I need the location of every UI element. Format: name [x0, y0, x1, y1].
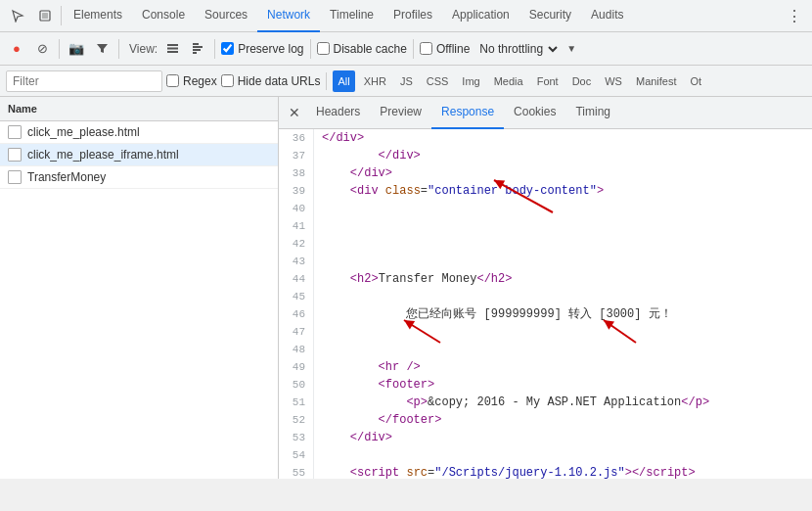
- toolbar-sep-1: [59, 39, 60, 59]
- svg-rect-7: [193, 49, 201, 51]
- right-panel: ✕ Headers Preview Response Cookies Timin…: [279, 97, 812, 479]
- throttle-dropdown-icon[interactable]: ▼: [566, 43, 576, 54]
- line-number: 38: [279, 164, 314, 182]
- throttle-select[interactable]: No throttling Fast 3G Slow 3G Offline: [474, 41, 561, 57]
- line-number: 50: [279, 376, 314, 394]
- line-code: </footer>: [314, 411, 449, 429]
- line-number: 54: [279, 446, 314, 464]
- line-code: <div class="container body-content">: [314, 182, 611, 200]
- filter-type-img[interactable]: Img: [457, 70, 484, 92]
- hide-data-urls-label: Hide data URLs: [238, 74, 321, 88]
- tab-headers[interactable]: Headers: [306, 97, 370, 129]
- preserve-log-input[interactable]: [221, 42, 234, 55]
- line-code: 您已经向账号 [999999999] 转入 [3000] 元！: [314, 305, 680, 323]
- offline-checkbox[interactable]: Offline: [420, 42, 470, 56]
- more-button[interactable]: ⋮: [781, 7, 808, 25]
- filter-type-css[interactable]: CSS: [422, 70, 454, 92]
- tab-console[interactable]: Console: [132, 0, 195, 32]
- code-line: 42: [279, 235, 812, 253]
- filter-type-media[interactable]: Media: [489, 70, 528, 92]
- tab-cookies[interactable]: Cookies: [504, 97, 565, 129]
- hide-data-urls-input[interactable]: [221, 74, 234, 87]
- line-code: </div>: [314, 429, 400, 446]
- tab-timing[interactable]: Timing: [565, 97, 620, 129]
- line-code: <h2>Transfer Money</h2>: [314, 270, 519, 288]
- record-button[interactable]: ●: [6, 38, 27, 60]
- code-line: 51 <p>&copy; 2016 - My ASP.NET Applicati…: [279, 394, 812, 411]
- file-list-panel: Name click_me_please.html click_me_pleas…: [0, 97, 279, 479]
- filter-input[interactable]: [6, 70, 162, 92]
- line-code: </div>: [314, 129, 372, 147]
- line-number: 45: [279, 288, 314, 305]
- tab-preview[interactable]: Preview: [370, 97, 431, 129]
- file-list-item[interactable]: TransferMoney: [0, 166, 278, 189]
- line-code: </div>: [314, 147, 429, 164]
- view-list-button[interactable]: [161, 38, 183, 60]
- filter-type-xhr[interactable]: XHR: [359, 70, 391, 92]
- line-number: 39: [279, 182, 314, 200]
- filter-type-js[interactable]: JS: [395, 70, 418, 92]
- code-line: 37 </div>: [279, 147, 812, 164]
- code-line: 47: [279, 323, 812, 341]
- code-line: 53 </div>: [279, 429, 812, 446]
- tab-profiles[interactable]: Profiles: [383, 0, 442, 32]
- code-line: 50 <footer>: [279, 376, 812, 394]
- line-number: 37: [279, 147, 314, 164]
- tab-audits[interactable]: Audits: [581, 0, 633, 32]
- view-waterfall-button[interactable]: [187, 38, 208, 60]
- line-number: 41: [279, 217, 314, 235]
- code-line: 40: [279, 200, 812, 217]
- tab-timeline[interactable]: Timeline: [320, 0, 383, 32]
- code-line: 38 </div>: [279, 164, 812, 182]
- filter-type-all[interactable]: All: [333, 70, 354, 92]
- panel-close-button[interactable]: ✕: [283, 105, 306, 120]
- tab-response[interactable]: Response: [431, 97, 504, 129]
- box-icon[interactable]: [31, 0, 59, 32]
- filter-sep: [326, 72, 327, 90]
- line-number: 48: [279, 341, 314, 358]
- tab-sources[interactable]: Sources: [195, 0, 257, 32]
- filter-type-font[interactable]: Font: [532, 70, 564, 92]
- camera-button[interactable]: 📷: [66, 38, 87, 60]
- svg-rect-2: [167, 44, 178, 46]
- filter-button[interactable]: [91, 38, 113, 60]
- file-list-item[interactable]: click_me_please.html: [0, 121, 278, 144]
- filter-type-doc[interactable]: Doc: [567, 70, 597, 92]
- code-line: 43: [279, 253, 812, 270]
- tab-application[interactable]: Application: [442, 0, 519, 32]
- offline-input[interactable]: [420, 42, 432, 55]
- preserve-log-checkbox[interactable]: Preserve log: [221, 42, 303, 56]
- code-line: 45: [279, 288, 812, 305]
- code-area-wrapper[interactable]: 36</div>37 </div>38 </div>39 <div class=…: [279, 129, 812, 479]
- svg-rect-1: [42, 13, 48, 19]
- svg-rect-5: [193, 43, 199, 45]
- main-content: Name click_me_please.html click_me_pleas…: [0, 97, 812, 479]
- stop-button[interactable]: ⊘: [31, 38, 53, 60]
- line-code: <script src="/Scripts/jquery-1.10.2.js">…: [314, 464, 703, 479]
- file-list-item[interactable]: click_me_please_iframe.html: [0, 144, 278, 166]
- filter-type-other[interactable]: Ot: [686, 70, 707, 92]
- tab-elements[interactable]: Elements: [64, 0, 132, 32]
- top-nav-tabs: Elements Console Sources Network Timelin…: [0, 0, 812, 32]
- filter-type-manifest[interactable]: Manifest: [631, 70, 682, 92]
- code-line: 55 <script src="/Scripts/jquery-1.10.2.j…: [279, 464, 812, 479]
- disable-cache-input[interactable]: [317, 42, 330, 55]
- svg-rect-4: [167, 51, 178, 53]
- line-code: <p>&copy; 2016 - My ASP.NET Application<…: [314, 394, 717, 411]
- line-number: 51: [279, 394, 314, 411]
- filter-type-ws[interactable]: WS: [600, 70, 627, 92]
- regex-checkbox[interactable]: Regex: [166, 74, 217, 88]
- disable-cache-checkbox[interactable]: Disable cache: [317, 42, 407, 56]
- hide-data-urls-checkbox[interactable]: Hide data URLs: [221, 74, 321, 88]
- line-number: 44: [279, 270, 314, 288]
- filter-row: Regex Hide data URLs All XHR JS CSS Img …: [0, 66, 812, 97]
- code-line: 46 您已经向账号 [999999999] 转入 [3000] 元！: [279, 305, 812, 323]
- tab-network[interactable]: Network: [257, 0, 320, 32]
- code-line: 41: [279, 217, 812, 235]
- file-icon: [8, 148, 22, 162]
- tab-security[interactable]: Security: [519, 0, 581, 32]
- preserve-log-label: Preserve log: [238, 42, 303, 56]
- regex-input[interactable]: [166, 74, 179, 87]
- cursor-icon[interactable]: [4, 0, 31, 32]
- file-icon: [8, 170, 22, 184]
